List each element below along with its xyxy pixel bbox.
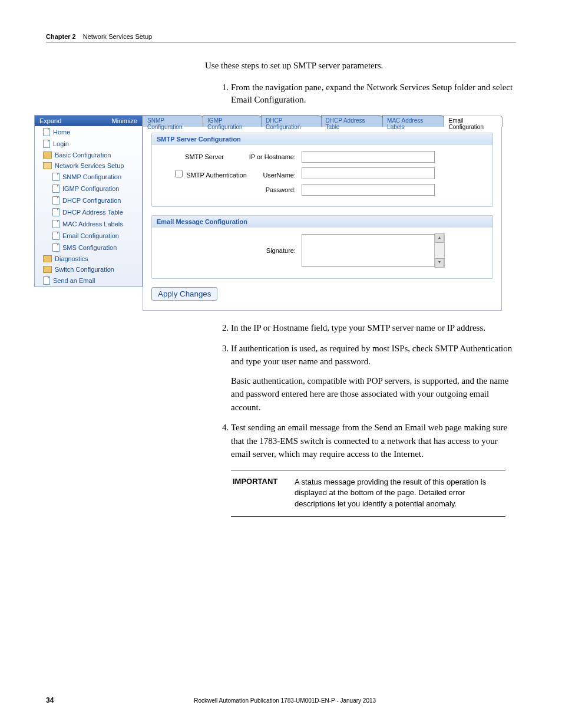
- sidebar-item-home[interactable]: Home: [35, 126, 142, 138]
- sidebar-item-dhcp[interactable]: DHCP Configuration: [35, 195, 142, 206]
- step-4: Test sending an email message from the S…: [231, 421, 516, 461]
- ip-hostname-input[interactable]: [302, 151, 435, 163]
- signature-input[interactable]: [302, 234, 435, 267]
- step-3-note: Basic authentication, compatible with PO…: [231, 374, 516, 414]
- doc-icon: [43, 276, 50, 285]
- important-callout: IMPORTANT A status message providing the…: [231, 470, 505, 518]
- sidebar-item-switch-config[interactable]: Switch Configuration: [35, 264, 142, 275]
- doc-icon: [52, 232, 59, 240]
- tab-dhcp[interactable]: DHCP Configuration: [261, 115, 322, 127]
- publication-info: Rockwell Automation Publication 1783-UM0…: [194, 697, 376, 704]
- password-label: Password:: [160, 186, 302, 193]
- important-label: IMPORTANT: [232, 476, 293, 511]
- scroll-up-icon[interactable]: ▴: [435, 233, 444, 243]
- sidebar-item-mac-labels[interactable]: MAC Address Labels: [35, 218, 142, 230]
- step-3: If authentication is used, as required b…: [231, 342, 516, 414]
- folder-open-icon: [43, 162, 52, 169]
- smtp-server-label: SMTP Server IP or Hostname:: [160, 153, 302, 160]
- sidebar-item-diagnostics[interactable]: Diagnostics: [35, 253, 142, 264]
- smtp-auth-label: SMTP Authentication UserName:: [160, 168, 302, 179]
- minimize-button[interactable]: Minimize: [112, 117, 137, 124]
- tab-snmp[interactable]: SNMP Configuration: [143, 115, 203, 127]
- scrollbar[interactable]: ▴▾: [434, 233, 445, 268]
- nav-pane: Expand Minimize Home Login Basic Configu…: [34, 115, 143, 287]
- tab-mac-labels[interactable]: MAC Address Labels: [382, 115, 444, 127]
- signature-label: Signature:: [160, 247, 302, 254]
- sidebar-item-sms-config[interactable]: SMS Configuration: [35, 242, 142, 253]
- smtp-server-box: SMTP Server Configuration SMTP Server IP…: [151, 133, 493, 207]
- smtp-auth-checkbox[interactable]: [175, 170, 183, 177]
- intro-text: Use these steps to set up SMTP server pa…: [205, 61, 516, 71]
- doc-icon: [43, 128, 50, 136]
- tab-bar: SNMP Configuration IGMP Configuration DH…: [143, 115, 502, 127]
- sidebar-item-basic-config[interactable]: Basic Configuration: [35, 150, 142, 160]
- doc-icon: [52, 173, 59, 181]
- smtp-box-title: SMTP Server Configuration: [152, 133, 492, 145]
- folder-icon: [43, 266, 52, 273]
- sidebar-item-igmp[interactable]: IGMP Configuration: [35, 183, 142, 195]
- scroll-down-icon[interactable]: ▾: [435, 258, 444, 268]
- password-input[interactable]: [302, 184, 435, 196]
- config-area: SNMP Configuration IGMP Configuration DH…: [143, 115, 502, 311]
- step-1: From the navigation pane, expand the Net…: [231, 81, 516, 106]
- page-number: 34: [46, 696, 54, 704]
- sidebar-item-email-config[interactable]: Email Configuration: [35, 230, 142, 242]
- email-message-box: Email Message Configuration Signature:▴▾: [151, 215, 493, 279]
- username-input[interactable]: [302, 167, 435, 179]
- sidebar-item-login[interactable]: Login: [35, 138, 142, 150]
- tab-email-config[interactable]: Email Configuration: [444, 115, 503, 127]
- important-text: A status message providing the result of…: [294, 476, 504, 511]
- doc-icon: [52, 220, 59, 228]
- sidebar-item-snmp[interactable]: SNMP Configuration: [35, 171, 142, 183]
- sidebar-item-dhcp-table[interactable]: DHCP Address Table: [35, 206, 142, 218]
- sidebar-item-network-services[interactable]: Network Services Setup: [35, 160, 142, 171]
- folder-icon: [43, 255, 52, 262]
- chapter-title: Network Services Setup: [83, 33, 152, 40]
- expand-button[interactable]: Expand: [39, 117, 61, 124]
- sidebar-item-send-email[interactable]: Send an Email: [35, 275, 142, 286]
- doc-icon: [52, 208, 59, 216]
- doc-icon: [52, 243, 59, 252]
- folder-icon: [43, 151, 52, 159]
- doc-icon: [43, 140, 50, 148]
- nav-header: Expand Minimize: [35, 116, 142, 126]
- tab-dhcp-table[interactable]: DHCP Address Table: [321, 115, 384, 127]
- chapter-label: Chapter 2: [46, 33, 76, 40]
- screenshot-ui: Expand Minimize Home Login Basic Configu…: [34, 115, 516, 311]
- apply-changes-button[interactable]: Apply Changes: [151, 287, 217, 301]
- tab-igmp[interactable]: IGMP Configuration: [203, 115, 262, 127]
- email-box-title: Email Message Configuration: [152, 216, 492, 228]
- step-2: In the IP or Hostname field, type your S…: [231, 321, 516, 335]
- doc-icon: [52, 185, 59, 193]
- doc-icon: [52, 196, 59, 205]
